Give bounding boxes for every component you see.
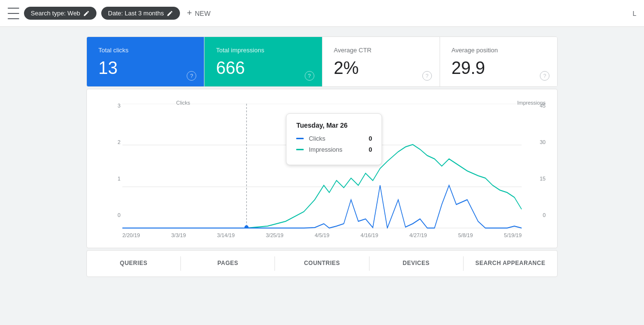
x-axis-labels: 2/20/19 3/3/19 3/14/19 3/25/19 4/5/19 4/… [122,229,522,238]
x-label-5: 4/16/19 [360,232,378,238]
edit-date-icon [167,10,173,17]
tabs-section: QUERIES PAGES COUNTRIES DEVICES SEARCH A… [86,250,558,277]
average-ctr-help[interactable]: ? [422,71,432,81]
new-button[interactable]: + NEW [187,8,210,18]
total-impressions-help[interactable]: ? [305,71,314,81]
tooltip-impressions-dot [296,149,304,150]
x-label-0: 2/20/19 [122,232,140,238]
x-label-3: 3/25/19 [266,232,284,238]
toolbar-right-item: L [632,10,636,17]
tooltip-clicks-value: 0 [369,135,372,142]
tab-pages[interactable]: PAGES [181,251,274,277]
search-type-label: Search type: Web [31,10,80,17]
tooltip-impressions-label: Impressions [309,146,364,153]
x-label-6: 4/27/19 [409,232,427,238]
total-impressions-label: Total impressions [216,47,310,54]
chart-tooltip: Tuesday, Mar 26 Clicks 0 Impressions 0 [286,113,382,165]
tab-search-appearance[interactable]: SEARCH APPEARANCE [464,251,557,277]
y-right-45: 45 [531,103,546,108]
average-position-value: 29.9 [452,60,546,77]
y-axis-left: 3 2 1 0 [98,103,120,218]
x-label-7: 5/8/19 [458,232,473,238]
y-right-15: 15 [531,176,546,181]
main-content: Total clicks 13 ? Total impressions 666 … [0,27,644,287]
chart-section: Clicks Impressions 3 2 1 0 45 30 15 0 [86,89,558,248]
average-ctr-card: Average CTR 2% ? [322,37,440,86]
total-clicks-value: 13 [98,60,192,77]
average-ctr-label: Average CTR [334,47,428,54]
tab-devices[interactable]: DEVICES [370,251,463,277]
y-right-30: 30 [531,139,546,145]
edit-icon [83,10,90,17]
date-label: Date: Last 3 months [108,10,164,17]
tooltip-impressions-value: 0 [369,146,372,153]
total-clicks-card: Total clicks 13 ? [87,37,204,86]
tab-countries[interactable]: COUNTRIES [275,251,369,277]
x-label-1: 3/3/19 [171,232,186,238]
x-label-2: 3/14/19 [217,232,235,238]
y-left-2: 2 [98,139,120,145]
metrics-row: Total clicks 13 ? Total impressions 666 … [86,36,558,87]
toolbar: Search type: Web Date: Last 3 months + N… [0,0,644,27]
menu-icon[interactable] [8,8,19,19]
total-clicks-help[interactable]: ? [187,71,196,81]
x-label-8: 5/19/19 [504,232,522,238]
tooltip-clicks-row: Clicks 0 [296,135,372,142]
average-position-help[interactable]: ? [540,71,549,81]
total-impressions-card: Total impressions 666 ? [204,37,322,86]
y-left-1: 1 [98,176,120,181]
tooltip-dot-marker [244,225,249,229]
search-type-filter[interactable]: Search type: Web [24,7,96,20]
plus-icon: + [187,8,192,18]
average-position-card: Average position 29.9 ? [440,37,557,86]
x-label-4: 4/5/19 [315,232,330,238]
tab-queries[interactable]: QUERIES [87,251,180,277]
new-label: NEW [195,10,211,17]
y-axis-right: 45 30 15 0 [531,103,546,218]
y-right-0: 0 [531,212,546,218]
tooltip-impressions-row: Impressions 0 [296,146,372,153]
tooltip-clicks-dot [296,138,304,139]
y-left-3: 3 [98,103,120,108]
date-filter[interactable]: Date: Last 3 months [101,7,180,20]
total-impressions-value: 666 [216,60,310,77]
average-ctr-value: 2% [334,60,428,77]
tooltip-date: Tuesday, Mar 26 [296,121,372,129]
tooltip-clicks-label: Clicks [309,135,364,142]
average-position-label: Average position [452,47,546,54]
y-left-0: 0 [98,212,120,218]
total-clicks-label: Total clicks [98,47,192,54]
